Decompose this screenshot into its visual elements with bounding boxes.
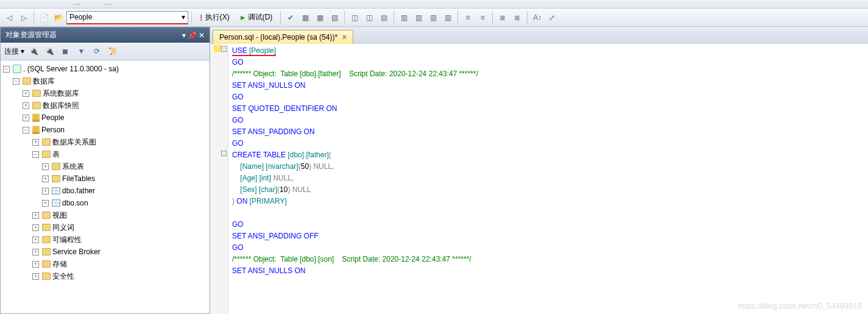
databases-node[interactable]: −数据库 (1, 75, 210, 87)
tb-icon-7[interactable]: ▥ (397, 11, 411, 24)
son-table-node[interactable]: +dbo.son (1, 197, 210, 209)
systables-node[interactable]: +系统表 (1, 160, 210, 173)
disconnect-icon[interactable]: 🔌 (43, 45, 56, 58)
tab-title: Person.sql - (local).People (sa (54))* (219, 33, 337, 41)
folder-icon (42, 212, 51, 219)
expand-icon[interactable]: + (42, 188, 49, 194)
tb-icon-8[interactable]: ▥ (412, 11, 425, 24)
node-label: dbo.father (62, 187, 95, 195)
folder-icon (42, 273, 51, 280)
connect-button[interactable]: 连接 ▾ (4, 46, 24, 57)
editor-tab-bar: Person.sql - (local).People (sa (54))* × (210, 27, 868, 44)
execute-button[interactable]: ! 执行(X) (195, 11, 235, 24)
sysdb-node[interactable]: +系统数据库 (1, 87, 210, 99)
object-explorer-panel: 对象资源管理器 ▾ 📌 ✕ 连接 ▾ 🔌 🔌 ◼ ▼ ⟳ 📜 −. (SQL S… (0, 27, 210, 314)
expand-icon[interactable]: + (32, 249, 39, 255)
father-table-node[interactable]: +dbo.father (1, 185, 210, 197)
folder-icon (32, 90, 41, 97)
servicebroker-node[interactable]: +Service Broker (1, 246, 210, 258)
new-query-icon[interactable]: 📄 (37, 11, 51, 24)
nav-back-icon[interactable]: ◁ (2, 11, 16, 24)
tb-icon-end1[interactable]: A↕ (531, 11, 544, 24)
collapse-icon[interactable]: − (32, 151, 39, 158)
outdent-icon[interactable]: ≡ (476, 11, 489, 24)
expand-icon[interactable]: + (32, 139, 39, 146)
change-marker-icon (214, 45, 221, 52)
person-db-node[interactable]: −Person (1, 124, 210, 136)
node-label: 可编程性 (52, 235, 82, 245)
tb-icon-10[interactable]: ▥ (441, 11, 454, 24)
node-label: 系统表 (62, 162, 84, 172)
folder-icon (42, 248, 51, 255)
script-icon[interactable]: 📜 (106, 45, 119, 58)
expand-icon[interactable]: + (42, 200, 49, 207)
folder-icon (42, 138, 51, 146)
expand-icon[interactable]: + (32, 224, 39, 231)
code-content[interactable]: USE [People] GO /****** Object: Table [d… (228, 44, 482, 314)
dbdiag-node[interactable]: +数据库关系图 (1, 136, 210, 148)
views-node[interactable]: +视图 (1, 209, 210, 221)
expand-icon[interactable]: + (32, 261, 39, 268)
tb-icon-9[interactable]: ▥ (426, 11, 440, 24)
debug-button[interactable]: ▶ 调试(D) (236, 11, 278, 24)
tb-icon-1[interactable]: ▦ (298, 11, 312, 24)
expand-icon[interactable]: + (32, 237, 39, 243)
programmability-node[interactable]: +可编程性 (1, 234, 210, 246)
editor-tab-active[interactable]: Person.sql - (local).People (sa (54))* × (213, 30, 353, 44)
people-db-node[interactable]: +People (1, 112, 210, 124)
tb-icon-6[interactable]: ▤ (377, 11, 390, 24)
connect-icon[interactable]: 🔌 (27, 45, 40, 58)
collapse-icon[interactable]: − (23, 127, 29, 134)
close-icon[interactable]: ✕ (199, 31, 205, 40)
tb-icon-3[interactable]: ▨ (328, 11, 341, 24)
fold-icon[interactable]: − (221, 46, 227, 52)
chevron-down-icon: ▾ (182, 13, 185, 21)
collapse-icon[interactable]: − (13, 78, 19, 85)
node-label: People (41, 113, 64, 122)
folder-icon (52, 175, 60, 182)
comment-icon[interactable]: ≣ (496, 11, 509, 24)
table-icon (52, 187, 60, 194)
stop-icon[interactable]: ◼ (58, 45, 72, 58)
node-label: 表 (52, 149, 60, 160)
expand-icon[interactable]: + (42, 163, 49, 170)
synonyms-node[interactable]: +同义词 (1, 221, 210, 234)
tb-icon-end2[interactable]: ⤢ (545, 11, 559, 24)
expand-icon[interactable]: + (23, 102, 29, 109)
node-label: 视图 (52, 210, 67, 221)
filetables-node[interactable]: +FileTables (1, 173, 210, 185)
expand-icon[interactable]: + (32, 273, 39, 280)
uncomment-icon[interactable]: ≣ (510, 11, 524, 24)
parse-icon[interactable]: ✔ (284, 11, 297, 24)
server-icon (13, 65, 21, 73)
dbsnap-node[interactable]: +数据库快照 (1, 99, 210, 112)
expand-icon[interactable]: + (23, 90, 29, 97)
tb-icon-2[interactable]: ▦ (313, 11, 326, 24)
object-explorer-tree[interactable]: −. (SQL Server 11.0.3000 - sa) −数据库 +系统数… (1, 60, 210, 313)
editor-gutter: − − (210, 44, 228, 314)
nav-fwd-icon[interactable]: ▷ (17, 11, 30, 24)
tab-close-icon[interactable]: × (342, 33, 347, 41)
refresh-icon[interactable]: ⟳ (90, 45, 104, 58)
open-icon[interactable]: 📂 (52, 11, 65, 24)
collapse-icon[interactable]: − (3, 66, 10, 73)
security-node[interactable]: +安全性 (1, 270, 210, 282)
code-editor[interactable]: − − USE [People] GO /****** Object: Tabl… (210, 44, 868, 314)
expand-icon[interactable]: + (32, 212, 39, 219)
server-node[interactable]: −. (SQL Server 11.0.3000 - sa) (1, 63, 210, 75)
tb-icon-4[interactable]: ◫ (348, 11, 361, 24)
indent-icon[interactable]: ≡ (461, 11, 475, 24)
storage-node[interactable]: +存储 (1, 258, 210, 270)
node-label: Service Broker (52, 248, 101, 256)
expand-icon[interactable]: + (23, 115, 29, 121)
pin-icon[interactable]: 📌 (188, 31, 197, 40)
tables-node[interactable]: −表 (1, 148, 210, 160)
expand-icon[interactable]: + (42, 176, 49, 182)
editor-area: Person.sql - (local).People (sa (54))* ×… (210, 27, 868, 314)
dropdown-icon[interactable]: ▾ (182, 31, 186, 40)
folder-icon (42, 260, 51, 268)
filter-icon[interactable]: ▼ (74, 45, 88, 58)
fold-icon[interactable]: − (221, 151, 227, 156)
database-selector[interactable]: People ▾ (66, 11, 188, 24)
tb-icon-5[interactable]: ◫ (362, 11, 376, 24)
